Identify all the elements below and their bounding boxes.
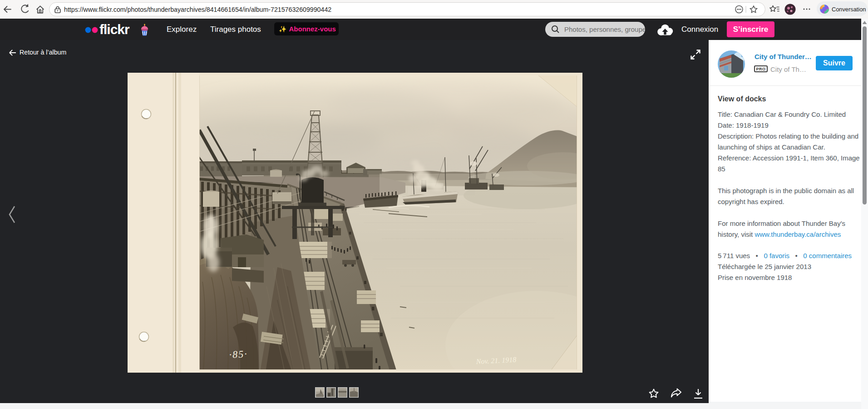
svg-text:·85·: ·85· [229,348,248,360]
